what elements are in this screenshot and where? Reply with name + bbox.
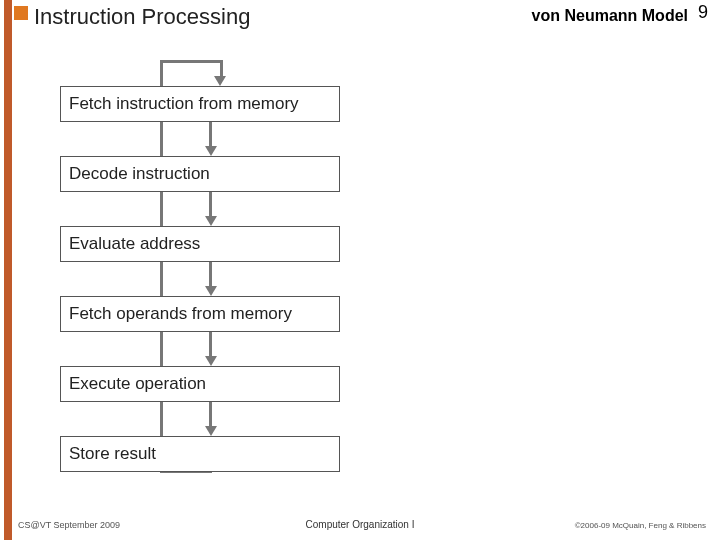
accent-stripe xyxy=(4,0,12,540)
step-label: Decode instruction xyxy=(69,164,210,183)
step-label: Execute operation xyxy=(69,374,206,393)
arrow-head-4-icon xyxy=(205,356,217,366)
bullet-icon xyxy=(14,6,28,20)
page-title: Instruction Processing xyxy=(34,4,250,30)
slide: Instruction Processing von Neumann Model… xyxy=(0,0,720,540)
footer-right: ©2006-09 McQuain, Feng & Ribbens xyxy=(575,521,706,530)
step-label: Fetch instruction from memory xyxy=(69,94,299,113)
step-label: Store result xyxy=(69,444,156,463)
instruction-cycle-diagram: Fetch instruction from memory Decode ins… xyxy=(60,50,360,490)
step-fetch-operands: Fetch operands from memory xyxy=(60,296,340,332)
step-label: Fetch operands from memory xyxy=(69,304,292,323)
arrow-head-5-icon xyxy=(205,426,217,436)
step-fetch-instruction: Fetch instruction from memory xyxy=(60,86,340,122)
arrow-head-2-icon xyxy=(205,216,217,226)
topic-label: von Neumann Model xyxy=(532,7,688,25)
step-evaluate-address: Evaluate address xyxy=(60,226,340,262)
step-decode: Decode instruction xyxy=(60,156,340,192)
loop-arrowhead-icon xyxy=(214,76,226,86)
loop-top xyxy=(160,60,222,63)
arrow-head-3-icon xyxy=(205,286,217,296)
arrow-head-1-icon xyxy=(205,146,217,156)
step-label: Evaluate address xyxy=(69,234,200,253)
step-store-result: Store result xyxy=(60,436,340,472)
step-execute: Execute operation xyxy=(60,366,340,402)
page-number: 9 xyxy=(698,2,708,23)
